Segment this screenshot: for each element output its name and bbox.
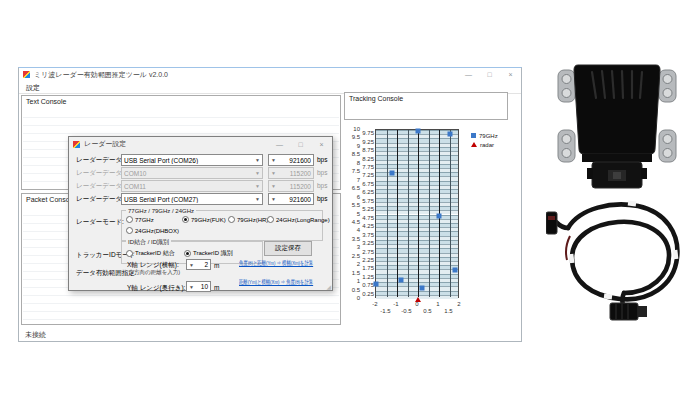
radio-77ghz[interactable]: 77GHz <box>126 216 154 223</box>
tracking-console-panel: Tracking Console <box>344 92 508 120</box>
legend-marker-triangle-icon <box>471 142 477 147</box>
data-point-79GHz <box>399 278 404 283</box>
data-point-79GHz <box>447 132 452 137</box>
save-settings-button[interactable]: 設定保存 <box>264 241 312 256</box>
x-axis-label: -1 <box>388 301 404 307</box>
baud-select[interactable]: ▼ 115200 <box>268 180 314 192</box>
radar-module-body <box>574 65 660 154</box>
grid-vline <box>450 130 451 297</box>
port-select[interactable]: USB Serial Port (COM26) ▼ <box>121 154 263 166</box>
tracking-chart: 00.250.50.7511.251.51.7522.252.52.7533.2… <box>345 125 523 321</box>
data-point-79GHz <box>452 268 457 273</box>
dialog-minimize-icon[interactable]: — <box>269 138 290 151</box>
chevron-down-icon: ▼ <box>187 284 196 290</box>
dialog-maximize-icon[interactable]: □ <box>290 138 311 151</box>
port-row: レーダーデータ 出力ポート: USB Serial Port (COM27) ▼… <box>69 193 332 205</box>
radio-label: 24GHz(LongRange) <box>276 217 330 223</box>
baud-unit: bps <box>317 156 327 163</box>
radio-circle-icon <box>182 216 189 223</box>
port-row: レーダーデータ 入力ポートC: COM11 ▼ ▼ 115200 bps <box>69 180 332 192</box>
radio-circle-icon <box>184 250 191 257</box>
x-range-sublabel: (+方向の距離を入力) <box>129 269 180 276</box>
radio-trackerid-merge[interactable]: TrackerID 結合 <box>126 249 175 258</box>
y-axis-label: 10 <box>345 126 360 132</box>
chevron-down-icon: ▼ <box>253 157 262 163</box>
grid-vline <box>387 130 388 297</box>
dialog-close-icon[interactable]: × <box>311 138 332 151</box>
port-select-value: USB Serial Port (COM26) <box>122 157 253 164</box>
port-select-value: COM10 <box>122 170 253 177</box>
y-range-unit: m <box>214 284 219 291</box>
chevron-down-icon: ▼ <box>269 157 278 163</box>
radio-circle-icon <box>228 216 235 223</box>
radar-module-photo <box>552 56 682 194</box>
app-icon <box>23 71 30 78</box>
radio-24ghz-dhbox[interactable]: 24GHz(DHBOX) <box>126 227 179 234</box>
port-select[interactable]: USB Serial Port (COM27) ▼ <box>121 193 263 205</box>
baud-select[interactable]: ▼ 115200 <box>268 167 314 179</box>
radio-label: 77GHz <box>135 217 154 223</box>
close-icon[interactable]: × <box>500 68 521 81</box>
grid-vline <box>408 130 409 297</box>
baud-select[interactable]: ▼ 921600 <box>268 154 314 166</box>
menu-item-settings[interactable]: 設定 <box>26 83 40 93</box>
x-range-select[interactable]: ▼ 2 <box>186 259 211 270</box>
radar-mode-label: レーダーモード: <box>76 218 124 227</box>
radio-79ghz-hr[interactable]: 79GHz(HR) <box>228 216 268 223</box>
y-range-label: Y軸 レンジ(奥行き): <box>127 284 185 293</box>
text-console-label: Text Console <box>26 98 66 105</box>
x-axis-label: -1.5 <box>378 308 394 314</box>
radio-label: TrackerID 識別 <box>193 249 233 258</box>
dialog-title-bar[interactable]: レーダー設定 — □ × <box>69 137 332 151</box>
chevron-down-icon: ▼ <box>253 170 262 176</box>
x-axis-label: 1.5 <box>441 308 457 314</box>
radio-24ghz-longrange[interactable]: 24GHz(LongRange) <box>267 216 330 223</box>
radio-circle-icon <box>126 250 133 257</box>
baud-unit: bps <box>317 169 327 176</box>
radio-label: 24GHz(DHBOX) <box>135 228 179 234</box>
main-title-bar[interactable]: ミリ波レーダー有効範囲推定ツール v2.0.0 — □ × <box>19 68 521 81</box>
chart-legend: 79GHzradar <box>471 131 498 149</box>
data-point-79GHz <box>437 214 442 219</box>
radio-trackerid-identify[interactable]: TrackerID 識別 <box>184 249 233 258</box>
y-range-select[interactable]: ▼ 10 <box>186 281 211 292</box>
data-point-radar <box>415 297 421 302</box>
baud-select[interactable]: ▼ 921600 <box>268 193 314 205</box>
radar-settings-dialog: レーダー設定 — □ × レーダーデータ 入力ポート: USB Serial P… <box>68 136 333 291</box>
port-row: レーダーデータ 入力ポートB: COM10 ▼ ▼ 115200 bps <box>69 167 332 179</box>
baud-unit: bps <box>317 182 327 189</box>
radio-label: TrackerID 結合 <box>135 249 175 258</box>
maximize-icon[interactable]: □ <box>479 68 500 81</box>
window-title: ミリ波レーダー有効範囲推定ツール v2.0.0 <box>34 70 458 80</box>
chevron-down-icon: ▼ <box>269 183 278 189</box>
port-select[interactable]: COM10 ▼ <box>121 167 263 179</box>
data-point-79GHz <box>374 281 379 286</box>
grid-vline <box>429 130 430 297</box>
status-badge: 未接続 <box>25 330 46 340</box>
legend-marker-square-icon <box>471 133 476 138</box>
legend-label: radar <box>480 142 494 148</box>
port-select[interactable]: COM11 ▼ <box>121 180 263 192</box>
data-point-79GHz <box>416 128 421 133</box>
radio-label: 79GHz(HR) <box>237 217 268 223</box>
radio-79ghz-fuk[interactable]: 79GHz(FUK) <box>182 216 226 223</box>
legend-item: radar <box>471 140 498 149</box>
chevron-down-icon: ▼ <box>253 183 262 189</box>
minimize-icon[interactable]: — <box>458 68 479 81</box>
baud-value: 115200 <box>278 170 313 177</box>
x-range-value: 2 <box>196 261 210 268</box>
x-axis-label: -0.5 <box>399 308 415 314</box>
radar-mode-group-label: 77GHz / 79GHz / 24GHz <box>126 207 196 215</box>
calc-width-link[interactable]: 角度(θ)と距離(Ym) ⇒ 横幅(Xm)を計算 <box>239 259 313 268</box>
x-range-unit: m <box>214 262 219 269</box>
cable-photo <box>546 196 690 326</box>
legend-item: 79GHz <box>471 131 498 140</box>
chevron-down-icon: ▼ <box>269 196 278 202</box>
resize-grip[interactable]: ◢ <box>326 283 331 290</box>
chevron-down-icon: ▼ <box>187 262 196 268</box>
port-select-value: USB Serial Port (COM27) <box>122 196 253 203</box>
data-point-79GHz <box>420 286 425 291</box>
calc-angle-link[interactable]: 距離(Ym)と横幅(Xm) ⇒ 角度(θ)を計算 <box>239 278 313 287</box>
chevron-down-icon: ▼ <box>269 170 278 176</box>
chevron-down-icon: ▼ <box>253 196 262 202</box>
